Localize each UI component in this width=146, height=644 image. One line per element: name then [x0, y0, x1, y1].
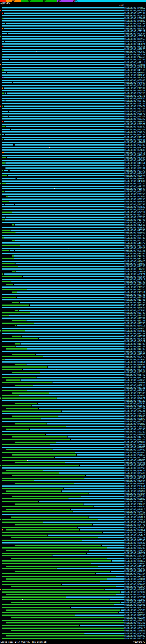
hit-label[interactable]: UniRef100_P08135: [124, 221, 146, 224]
hit-label[interactable]: UniRef100_Q9SVW9: [124, 467, 146, 469]
hit-row[interactable]: UniRef100_Q84AC5: [0, 324, 146, 327]
hit-alignment-bar[interactable]: [2, 596, 124, 598]
hit-alignment-bar[interactable]: [2, 619, 124, 622]
hit-label[interactable]: UniRef100_Q22645: [124, 338, 146, 340]
hit-row[interactable]: UniRef100_A9YVW0: [0, 448, 146, 451]
hit-alignment-bar[interactable]: [2, 110, 124, 113]
hit-row[interactable]: UniRef100_Q90072: [0, 394, 146, 397]
hit-row[interactable]: UniRef100_A5X053: [0, 379, 146, 381]
hit-label[interactable]: UniRef100_Q10787: [124, 296, 146, 298]
hit-label[interactable]: UniRef100_Q2R2Q4: [124, 495, 146, 498]
hit-alignment-bar[interactable]: [2, 622, 124, 624]
hit-row[interactable]: UniRef100_Q43128: [0, 376, 146, 379]
hit-alignment-bar[interactable]: [2, 242, 124, 244]
hit-row[interactable]: UniRef100_Q9SAV6: [0, 472, 146, 474]
hit-row[interactable]: UniRef100_P27164: [0, 572, 146, 575]
hit-alignment-bar[interactable]: [2, 356, 124, 358]
hit-label[interactable]: UniRef100_A4UHS3: [124, 487, 146, 490]
hit-label[interactable]: UniRef100_Q36680: [124, 404, 146, 407]
hit-label[interactable]: UniRef100_P26574: [124, 110, 146, 113]
hit-alignment-bar[interactable]: [2, 120, 124, 123]
hit-alignment-bar[interactable]: [2, 513, 124, 516]
hit-label[interactable]: UniRef100_Q08185: [124, 234, 146, 237]
hit-alignment-bar[interactable]: [2, 482, 124, 485]
hit-alignment-bar[interactable]: [2, 611, 124, 614]
hit-row[interactable]: UniRef100_A2ZJQ9: [0, 430, 146, 433]
hit-label[interactable]: UniRef100_B9EYR5: [124, 614, 146, 616]
hit-alignment-bar[interactable]: [2, 420, 124, 423]
hit-alignment-bar[interactable]: [2, 291, 124, 293]
hit-label[interactable]: UniRef100_P07658: [124, 14, 146, 17]
hit-row[interactable]: UniRef100_Q10789: [0, 335, 146, 338]
hit-alignment-bar[interactable]: [2, 7, 124, 9]
hit-label[interactable]: UniRef100_Q39750: [124, 345, 146, 348]
hit-alignment-bar[interactable]: [2, 38, 124, 40]
hit-alignment-bar[interactable]: [2, 510, 124, 513]
hit-alignment-bar[interactable]: [2, 131, 124, 133]
hit-label[interactable]: UniRef100_Q5ZAM4: [124, 616, 146, 619]
hit-alignment-bar[interactable]: [2, 255, 124, 257]
hit-row[interactable]: UniRef100_P47924: [0, 156, 146, 159]
hit-alignment-bar[interactable]: [2, 35, 124, 38]
hit-alignment-bar[interactable]: [2, 206, 124, 208]
hit-row[interactable]: UniRef100_P10790: [0, 203, 146, 206]
hit-row[interactable]: UniRef100_Q18009: [0, 177, 146, 180]
hit-alignment-bar[interactable]: [2, 456, 124, 459]
hit-alignment-bar[interactable]: [2, 588, 124, 590]
hit-alignment-bar[interactable]: [2, 74, 124, 76]
hit-label[interactable]: UniRef100_B3P552: [124, 252, 146, 255]
hit-alignment-bar[interactable]: [2, 50, 124, 53]
hit-row[interactable]: UniRef100_P23684: [0, 32, 146, 35]
hit-alignment-bar[interactable]: [2, 244, 124, 247]
hit-row[interactable]: UniRef100_P16016: [0, 503, 146, 505]
hit-alignment-bar[interactable]: [2, 389, 124, 392]
hit-label[interactable]: UniRef100_A6N165: [124, 412, 146, 415]
hit-label[interactable]: UniRef100_Q05349: [124, 164, 146, 167]
hit-row[interactable]: UniRef100_A4F1P7: [0, 242, 146, 244]
hit-alignment-bar[interactable]: [2, 361, 124, 363]
hit-row[interactable]: UniRef100_Q08184: [0, 167, 146, 169]
hit-row[interactable]: UniRef100_Q49129: [0, 400, 146, 402]
hit-label[interactable]: UniRef100_Q21NY7: [124, 418, 146, 420]
hit-label[interactable]: UniRef100_P07179: [124, 170, 146, 172]
hit-row[interactable]: UniRef100_P00869: [0, 17, 146, 20]
hit-label[interactable]: UniRef100_Q65194: [124, 12, 146, 14]
hit-label[interactable]: UniRef100_P19310: [124, 314, 146, 317]
hit-row[interactable]: UniRef100_P69705: [0, 216, 146, 218]
hit-alignment-bar[interactable]: [2, 115, 124, 118]
hit-label[interactable]: UniRef100_Q39832: [124, 28, 146, 30]
hit-alignment-bar[interactable]: [2, 384, 124, 386]
hit-alignment-bar[interactable]: [2, 188, 124, 190]
hit-alignment-bar[interactable]: [2, 262, 124, 265]
hit-alignment-bar[interactable]: [2, 340, 124, 342]
hit-row[interactable]: UniRef100_Q9FL75: [0, 48, 146, 50]
hit-alignment-bar[interactable]: [2, 211, 124, 213]
hit-row[interactable]: UniRef100_A9RFS6: [0, 152, 146, 154]
hit-label[interactable]: UniRef100_P69250: [124, 84, 146, 86]
hit-alignment-bar[interactable]: [2, 583, 124, 586]
hit-alignment-bar[interactable]: [2, 400, 124, 402]
hit-alignment-bar[interactable]: [2, 436, 124, 438]
hit-alignment-bar[interactable]: [2, 286, 124, 288]
hit-row[interactable]: UniRef100_Q2QTJ4: [0, 420, 146, 423]
hit-label[interactable]: UniRef100_Q10793: [124, 322, 146, 324]
hit-label[interactable]: UniRef100_A8MQA2: [124, 521, 146, 524]
hit-alignment-bar[interactable]: [2, 547, 124, 549]
hit-alignment-bar[interactable]: [2, 94, 124, 97]
hit-alignment-bar[interactable]: [2, 433, 124, 436]
hit-row[interactable]: UniRef100_Q6K7U8: [0, 632, 146, 635]
hit-row[interactable]: UniRef100_Q2QYK1: [0, 596, 146, 598]
hit-label[interactable]: UniRef100_B8B5N8: [124, 544, 146, 547]
hit-alignment-bar[interactable]: [2, 332, 124, 335]
hit-row[interactable]: UniRef100_B9G1N5: [0, 593, 146, 596]
hit-alignment-bar[interactable]: [2, 294, 124, 296]
hit-label[interactable]: UniRef100_Q94ML2: [124, 516, 146, 518]
hit-alignment-bar[interactable]: [2, 632, 124, 635]
hit-label[interactable]: UniRef100_Q94G86: [124, 542, 146, 544]
hit-label[interactable]: UniRef100_Q93QB5: [124, 159, 146, 162]
hit-row[interactable]: UniRef100_B6RHQ4: [0, 441, 146, 444]
hit-alignment-bar[interactable]: [2, 260, 124, 262]
hit-alignment-bar[interactable]: [2, 167, 124, 169]
hit-alignment-bar[interactable]: [2, 534, 124, 536]
hit-row[interactable]: UniRef100_Q51074: [0, 174, 146, 177]
